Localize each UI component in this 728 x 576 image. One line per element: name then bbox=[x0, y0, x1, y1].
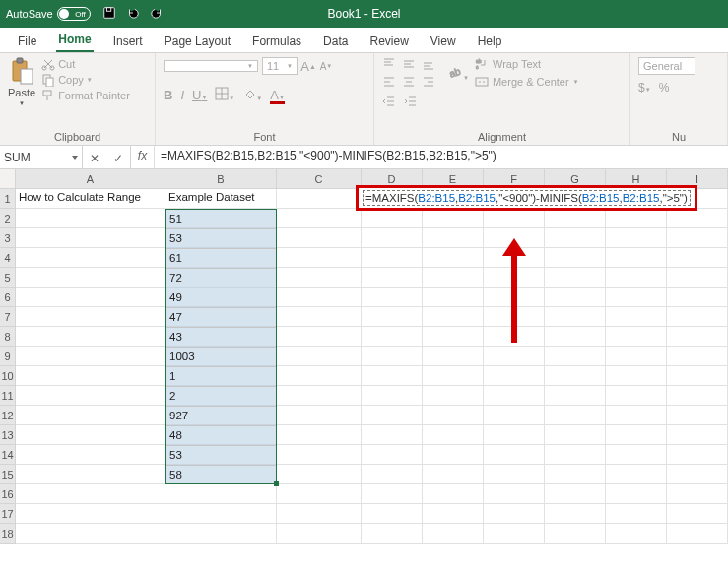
row-header[interactable]: 13 bbox=[0, 425, 16, 445]
name-box[interactable]: SUM bbox=[0, 146, 83, 168]
cell[interactable] bbox=[16, 386, 165, 406]
cell[interactable] bbox=[362, 366, 423, 386]
cell[interactable] bbox=[277, 248, 362, 268]
cell[interactable] bbox=[606, 248, 667, 268]
save-icon[interactable] bbox=[102, 6, 116, 23]
underline-button[interactable]: U▼ bbox=[192, 88, 207, 102]
cell[interactable] bbox=[277, 307, 362, 327]
row-header[interactable]: 18 bbox=[0, 524, 16, 544]
tab-page-layout[interactable]: Page Layout bbox=[163, 31, 232, 52]
cell[interactable] bbox=[606, 445, 667, 465]
cell[interactable] bbox=[362, 406, 423, 425]
cell[interactable] bbox=[667, 425, 728, 445]
cell[interactable]: 43 bbox=[165, 327, 277, 347]
cell[interactable] bbox=[277, 484, 362, 504]
cell[interactable] bbox=[484, 228, 545, 248]
cell[interactable] bbox=[16, 248, 165, 268]
cell[interactable] bbox=[545, 228, 606, 248]
cell[interactable] bbox=[362, 268, 423, 288]
cell[interactable] bbox=[423, 366, 484, 386]
active-cell-formula-overlay[interactable]: =MAXIFS(B2:B15,B2:B15,"<900")-MINIFS(B2:… bbox=[356, 185, 697, 211]
cell[interactable] bbox=[16, 209, 165, 228]
cell[interactable] bbox=[545, 484, 606, 504]
copy-button[interactable]: Copy▼ bbox=[41, 73, 130, 87]
cell[interactable] bbox=[484, 307, 545, 327]
cell[interactable] bbox=[277, 189, 362, 209]
align-top-icon[interactable] bbox=[382, 57, 396, 71]
row-header[interactable]: 12 bbox=[0, 406, 16, 425]
font-size-select[interactable]: 11▼ bbox=[262, 57, 298, 75]
cell[interactable] bbox=[423, 504, 484, 524]
cell[interactable] bbox=[362, 524, 423, 544]
cell[interactable] bbox=[545, 524, 606, 544]
cell[interactable] bbox=[277, 504, 362, 524]
redo-icon[interactable] bbox=[150, 6, 164, 23]
cell[interactable] bbox=[362, 386, 423, 406]
cell[interactable] bbox=[606, 307, 667, 327]
cell[interactable] bbox=[606, 327, 667, 347]
row-header[interactable]: 17 bbox=[0, 504, 16, 524]
cell[interactable] bbox=[545, 465, 606, 484]
number-format-select[interactable]: General bbox=[638, 57, 695, 75]
cell[interactable] bbox=[423, 425, 484, 445]
cell[interactable] bbox=[277, 347, 362, 366]
cell[interactable] bbox=[277, 386, 362, 406]
cell[interactable] bbox=[423, 288, 484, 307]
cell[interactable] bbox=[667, 248, 728, 268]
cell[interactable]: 47 bbox=[165, 307, 277, 327]
cell[interactable] bbox=[423, 307, 484, 327]
cell[interactable]: 58 bbox=[165, 465, 277, 484]
cell[interactable] bbox=[606, 347, 667, 366]
cell[interactable] bbox=[545, 327, 606, 347]
cell[interactable] bbox=[277, 228, 362, 248]
cell[interactable]: 51 bbox=[165, 209, 277, 228]
cell[interactable] bbox=[484, 484, 545, 504]
cell[interactable] bbox=[423, 386, 484, 406]
cell[interactable] bbox=[484, 347, 545, 366]
cell[interactable] bbox=[423, 347, 484, 366]
column-header[interactable]: B bbox=[165, 169, 277, 188]
tab-review[interactable]: Review bbox=[367, 31, 410, 52]
cell[interactable]: 2 bbox=[165, 386, 277, 406]
cell[interactable] bbox=[423, 209, 484, 228]
cell[interactable] bbox=[484, 524, 545, 544]
percent-button[interactable]: % bbox=[659, 81, 670, 95]
cell[interactable] bbox=[545, 347, 606, 366]
wrap-text-button[interactable]: abcWrap Text bbox=[475, 57, 579, 71]
row-header[interactable]: 2 bbox=[0, 209, 16, 228]
row-header[interactable]: 8 bbox=[0, 327, 16, 347]
cell[interactable] bbox=[423, 445, 484, 465]
cell[interactable] bbox=[606, 366, 667, 386]
autosave-toggle[interactable]: AutoSave Off bbox=[6, 7, 91, 21]
cell[interactable]: 927 bbox=[165, 406, 277, 425]
cell[interactable] bbox=[16, 268, 165, 288]
cell[interactable] bbox=[606, 484, 667, 504]
cell[interactable]: Example Dataset bbox=[165, 189, 277, 209]
cell[interactable]: How to Calculate Range bbox=[16, 189, 165, 209]
cell[interactable] bbox=[667, 366, 728, 386]
cell[interactable] bbox=[16, 406, 165, 425]
cell[interactable] bbox=[165, 484, 277, 504]
tab-help[interactable]: Help bbox=[476, 31, 504, 52]
cell[interactable] bbox=[484, 268, 545, 288]
cell[interactable] bbox=[667, 307, 728, 327]
cell[interactable] bbox=[362, 209, 423, 228]
cell[interactable] bbox=[606, 288, 667, 307]
cell[interactable] bbox=[484, 425, 545, 445]
cell[interactable] bbox=[545, 425, 606, 445]
cell[interactable] bbox=[277, 406, 362, 425]
cut-button[interactable]: Cut bbox=[41, 57, 130, 71]
cell[interactable] bbox=[667, 209, 728, 228]
cell[interactable] bbox=[667, 484, 728, 504]
cell[interactable] bbox=[423, 268, 484, 288]
cell[interactable] bbox=[667, 228, 728, 248]
chevron-down-icon[interactable] bbox=[72, 156, 78, 160]
fill-color-button[interactable]: ▼ bbox=[242, 87, 262, 103]
undo-icon[interactable] bbox=[126, 6, 140, 23]
cell[interactable]: 1003 bbox=[165, 347, 277, 366]
paste-button[interactable]: Paste ▼ bbox=[8, 57, 35, 106]
cell[interactable] bbox=[667, 504, 728, 524]
enter-formula-icon[interactable]: ✓ bbox=[106, 149, 130, 165]
cell[interactable] bbox=[277, 288, 362, 307]
cell[interactable] bbox=[667, 347, 728, 366]
